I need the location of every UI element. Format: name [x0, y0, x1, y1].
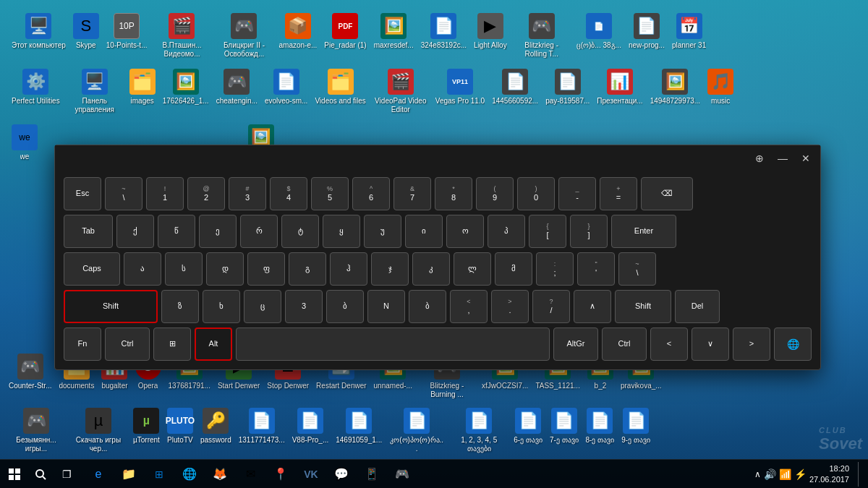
desktop-icon-utorrent[interactable]: µ µTorrent [130, 403, 163, 456]
desktop-icon-ch8[interactable]: 📄 8-ე თავი [583, 403, 618, 456]
desktop-icon-planner[interactable]: 📅 planner 31 [669, 9, 709, 61]
desktop-icon-perfectutils[interactable]: ⚙️ Perfect Utilities [9, 64, 63, 117]
desktop-icon-computer[interactable]: 🖥️ Этот компьютер [9, 9, 69, 61]
key-down[interactable]: ∨ [692, 328, 729, 361]
desktop-icon-ch6[interactable]: 📄 6-ე თავი [511, 403, 545, 456]
desktop-icon-14691[interactable]: 📄 14691059_1... [333, 403, 385, 456]
key-v[interactable]: 3 [285, 290, 323, 323]
tray-volume-icon[interactable]: 🔊 [764, 468, 776, 480]
tray-network-icon[interactable]: 📶 [779, 468, 791, 480]
key-rbracket[interactable]: }] [570, 215, 608, 248]
key-quote[interactable]: "' [577, 252, 615, 286]
desktop-icon-ch7[interactable]: 📄 7-ე თავი [547, 403, 582, 456]
desktop-icon-1445[interactable]: 📄 1445660592... [489, 64, 541, 117]
key-m[interactable]: მ [495, 252, 532, 286]
osk-pin-button[interactable]: ⊕ [751, 150, 768, 167]
key-p[interactable]: პ [488, 215, 525, 248]
key-ctrl-left[interactable]: Ctrl [105, 328, 150, 361]
key-shift-left[interactable]: Shift [64, 290, 158, 323]
key-y[interactable]: ყ [323, 215, 360, 248]
desktop-icon-17626[interactable]: 🖼️ 17626426_1... [160, 64, 212, 117]
key-esc[interactable]: Esc [64, 177, 101, 210]
key-period[interactable]: >. [491, 290, 529, 323]
desktop-icon-blitzkrieg2[interactable]: 🎮 Blitzkrieg - Rolling T... [511, 9, 572, 61]
key-left[interactable]: < [650, 328, 688, 361]
taskbar-maps-icon[interactable]: 📍 [266, 460, 295, 489]
desktop-icon-georgian1[interactable]: 📄 ც(ო)ბ... 38გ... [574, 9, 624, 61]
desktop-icon-evolveo[interactable]: 📄 evolveo-sm... [262, 64, 310, 117]
key-fn[interactable]: Fn [64, 328, 101, 361]
key-m2[interactable]: ბ [409, 290, 446, 323]
key-c[interactable]: ც [244, 290, 281, 323]
taskbar-skype-icon[interactable]: 💬 [327, 460, 356, 489]
key-caps[interactable]: Caps [64, 252, 120, 286]
key-altgr[interactable]: AltGr [553, 328, 598, 361]
desktop-icon-10points[interactable]: 10P 10-Points-t... [103, 9, 150, 61]
key-u[interactable]: უ [364, 215, 401, 248]
key-q[interactable]: ქ [116, 215, 154, 248]
taskbar-search-button[interactable] [29, 460, 52, 489]
key-win[interactable]: ⊞ [153, 328, 191, 361]
desktop-icon-prezent[interactable]: 📊 Презентаци... [594, 64, 645, 117]
desktop-icon-newprog[interactable]: 📄 new-prog... [626, 9, 668, 61]
start-button[interactable] [0, 460, 29, 489]
key-right[interactable]: > [733, 328, 770, 361]
key-tilde[interactable]: ~\ [105, 177, 142, 210]
desktop-icon-we[interactable]: we we [9, 120, 41, 164]
desktop-icon-pie[interactable]: PDF Pie_radar (1) [321, 9, 369, 61]
desktop-icon-music[interactable]: 🎵 music [705, 64, 736, 117]
key-equals[interactable]: += [600, 177, 637, 210]
key-minus[interactable]: _- [558, 177, 596, 210]
desktop-icon-cheatengine[interactable]: 🎮 cheatengin... [213, 64, 260, 117]
key-globe[interactable]: 🌐 [774, 328, 812, 361]
desktop-icon-images[interactable]: 🗂️ images [127, 64, 158, 117]
desktop-icon-amazon[interactable]: 📦 amazon-e... [276, 9, 320, 61]
key-backslash[interactable]: ~\ [618, 252, 656, 286]
desktop-icon-bezymyann[interactable]: 🎮 Безымянн... игры... [6, 403, 67, 456]
desktop-icon-1311[interactable]: 📄 1311771473... [236, 403, 288, 456]
tray-up-arrow[interactable]: ∧ [754, 469, 761, 479]
desktop-icon-lightalloy[interactable]: ▶ Light Alloy [471, 9, 510, 61]
key-h[interactable]: ჰ [330, 252, 367, 286]
taskbar-ie-icon[interactable]: e [84, 460, 113, 489]
key-l[interactable]: ლ [454, 252, 491, 286]
key-n[interactable]: N [367, 290, 405, 323]
tray-battery-icon[interactable]: ⚡ [794, 468, 807, 480]
key-tab[interactable]: Tab [64, 215, 113, 248]
key-enter[interactable]: Enter [611, 215, 676, 248]
key-6[interactable]: ^6 [352, 177, 390, 210]
key-f[interactable]: ფ [247, 252, 285, 286]
taskbar-vk-icon[interactable]: VK [297, 460, 326, 489]
key-1[interactable]: !1 [146, 177, 184, 210]
taskbar-game-icon[interactable]: 🎮 [388, 460, 417, 489]
key-2[interactable]: @2 [187, 177, 225, 210]
key-9[interactable]: (9 [476, 177, 514, 210]
desktop-icon-skype[interactable]: S Skype [70, 9, 102, 61]
key-r[interactable]: რ [240, 215, 278, 248]
key-space[interactable] [236, 328, 550, 361]
desktop-icon-plutotv[interactable]: PLUTO PlutoTV [164, 403, 196, 456]
key-d[interactable]: დ [206, 252, 244, 286]
key-semicolon[interactable]: :; [536, 252, 574, 286]
show-desktop-button[interactable] [858, 462, 862, 487]
key-ctrl-right[interactable]: Ctrl [602, 328, 647, 361]
key-b[interactable]: ბ [326, 290, 364, 323]
osk-close-button[interactable]: ✕ [797, 150, 814, 167]
desktop-icon-videos[interactable]: 🗂️ Videos and files [312, 64, 368, 117]
key-up[interactable]: ∧ [574, 290, 611, 323]
desktop-icon-counterstrike[interactable]: 🎮 Counter-Str... [6, 349, 54, 402]
taskbar-firefox-icon[interactable]: 🦊 [205, 460, 234, 489]
taskbar-chrome-icon[interactable]: 🌐 [175, 460, 204, 489]
key-i[interactable]: ი [405, 215, 443, 248]
key-shift-right[interactable]: Shift [615, 290, 671, 323]
desktop-icon-vegas[interactable]: VP11 Vegas Pro 11.0 [433, 64, 488, 117]
key-a[interactable]: ა [124, 252, 161, 286]
taskbar-clock[interactable]: 18:20 27.06.2017 [809, 463, 855, 484]
desktop-icon-324e[interactable]: 📄 324e83192c... [418, 9, 469, 61]
desktop-icon-pay819[interactable]: 📄 pay-819587... [542, 64, 592, 117]
taskbar-explorer-icon[interactable]: 📁 [114, 460, 143, 489]
desktop-icon-ch9[interactable]: 📄 9-ე თავი [618, 403, 653, 456]
key-3[interactable]: #3 [229, 177, 266, 210]
key-o[interactable]: ო [446, 215, 484, 248]
key-z[interactable]: ზ [161, 290, 199, 323]
